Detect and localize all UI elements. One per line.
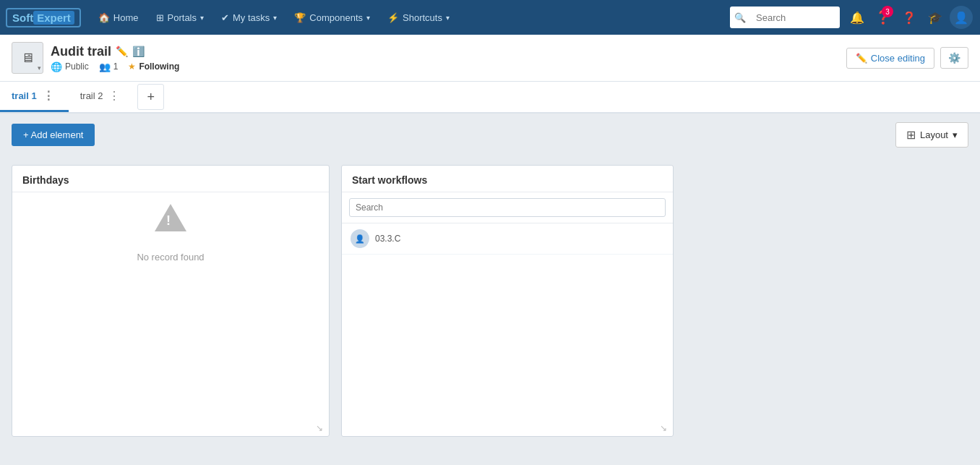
resize-handle-birthdays[interactable]: ↘ [316,423,326,433]
nav-home-label: Home [113,12,139,23]
notification-count-icon[interactable]: ❓ 3 [870,0,896,35]
mytasks-arrow-icon: ▾ [273,14,277,22]
brand-soft: Soft [12,12,33,24]
tab-trail2-options-icon[interactable]: ⋮ [106,89,123,103]
close-editing-label: Close editing [871,53,925,64]
following-label: Following [139,61,179,72]
layout-grid-icon: ⊞ [906,128,916,142]
meta-public: 🌐 Public [51,61,89,72]
nav-mytasks-label: My tasks [233,12,270,23]
person-icon: 👤 [954,11,968,25]
avatar-image: 👤 [950,6,973,29]
brand-expert: Expert [33,11,74,25]
portal-title: Audit trail ✏️ ℹ️ [51,44,846,59]
people-icon: 👥 [99,61,111,72]
content-area: Birthdays No record found ↘ Start workfl… [0,156,980,445]
info-icon[interactable]: ℹ️ [132,46,145,57]
portal-dropdown-icon: ▾ [38,64,41,72]
tab-trail1-label: trail 1 [12,90,37,101]
no-record-icon [155,204,186,234]
nav-components-label: Components [309,12,363,23]
portal-icon-button[interactable]: 🖥 ▾ [12,42,43,74]
workflow-list-item[interactable]: 👤 03.3.C [342,223,673,255]
nav-portals[interactable]: ⊞ Portals ▾ [147,0,212,35]
widget-birthdays: Birthdays No record found ↘ [12,165,330,437]
no-record-text: No record found [137,252,204,263]
subheader: 🖥 ▾ Audit trail ✏️ ℹ️ 🌐 Public 👥 1 ★ Fol… [0,35,980,82]
gear-icon: ⚙️ [948,52,960,64]
workflow-item-avatar: 👤 [351,229,369,248]
nav-components[interactable]: 🏆 Components ▾ [285,0,379,35]
close-editing-button[interactable]: ✏️ Close editing [846,48,934,69]
portal-meta: 🌐 Public 👥 1 ★ Following [51,61,846,72]
portal-title-block: Audit trail ✏️ ℹ️ 🌐 Public 👥 1 ★ Followi… [51,44,846,72]
help-icon[interactable]: ❓ [896,0,922,35]
pencil-icon: ✏️ [856,53,867,64]
subheader-actions: ✏️ Close editing ⚙️ [846,47,968,69]
question-circle-icon: ❓ [902,11,916,25]
lightning-icon: ⚡ [387,12,399,23]
widget-start-workflows-title: Start workflows [342,166,673,192]
members-count: 1 [113,61,119,72]
meta-following[interactable]: ★ Following [128,61,179,72]
tab-trail1-options-icon[interactable]: ⋮ [40,89,57,103]
public-label: Public [65,61,89,72]
check-icon: ✔ [221,12,229,23]
resize-handle-workflows[interactable]: ↘ [660,423,670,433]
settings-button[interactable]: ⚙️ [940,47,968,69]
widget-birthdays-title: Birthdays [12,166,329,192]
brand-logo[interactable]: SoftExpert [6,8,81,27]
tab-add-button[interactable]: + [137,84,164,110]
tab-trail1[interactable]: trail 1 ⋮ [0,82,69,112]
bell-icon: 🔔 [850,11,864,25]
home-icon: 🏠 [98,12,110,23]
globe-icon: 🌐 [51,61,62,72]
workflow-item-label: 03.3.C [375,234,400,244]
layout-label: Layout [920,129,948,140]
nav-mytasks[interactable]: ✔ My tasks ▾ [212,0,285,35]
nav-shortcuts[interactable]: ⚡ Shortcuts ▾ [379,0,458,35]
portals-icon: ⊞ [156,12,164,23]
edit-title-icon[interactable]: ✏️ [116,46,128,57]
widget-birthdays-body: No record found [12,192,329,274]
portals-arrow-icon: ▾ [200,14,204,22]
graduation-icon[interactable]: 🎓 [922,0,948,35]
nav-home[interactable]: 🏠 Home [90,0,147,35]
layout-button[interactable]: ⊞ Layout ▾ [895,122,968,148]
notification-bell-icon[interactable]: 🔔 [844,0,870,35]
add-element-button[interactable]: + Add element [12,124,95,146]
search-input[interactable] [749,9,835,27]
shortcuts-arrow-icon: ▾ [446,14,450,22]
notification-badge: 3 [882,6,893,17]
components-arrow-icon: ▾ [366,14,370,22]
portal-title-text: Audit trail [51,44,111,59]
tab-trail2[interactable]: trail 2 ⋮ [69,82,135,112]
toolbar: + Add element ⊞ Layout ▾ [0,114,980,156]
tab-trail2-label: trail 2 [80,90,103,101]
meta-members: 👥 1 [99,61,119,72]
workflow-avatar-icon: 👤 [355,234,365,244]
search-icon: 🔍 [734,12,746,23]
star-icon: ★ [128,61,136,72]
portal-thumbnail-icon: 🖥 [21,51,34,66]
add-element-label: + Add element [23,129,83,140]
widget-search-area [342,192,673,223]
widget-start-workflows: Start workflows 👤 03.3.C ↘ [341,165,674,437]
trophy-icon: 🏆 [294,12,306,23]
plus-icon: + [147,90,155,104]
tabs-bar: trail 1 ⋮ trail 2 ⋮ + [0,82,980,114]
nav-shortcuts-label: Shortcuts [403,12,442,23]
layout-dropdown-icon: ▾ [953,129,958,140]
nav-portals-label: Portals [168,12,197,23]
top-navigation: SoftExpert 🏠 Home ⊞ Portals ▾ ✔ My tasks… [0,0,980,35]
user-avatar[interactable]: 👤 [948,0,974,35]
cap-icon: 🎓 [928,11,942,25]
workflow-search-input[interactable] [349,198,666,217]
